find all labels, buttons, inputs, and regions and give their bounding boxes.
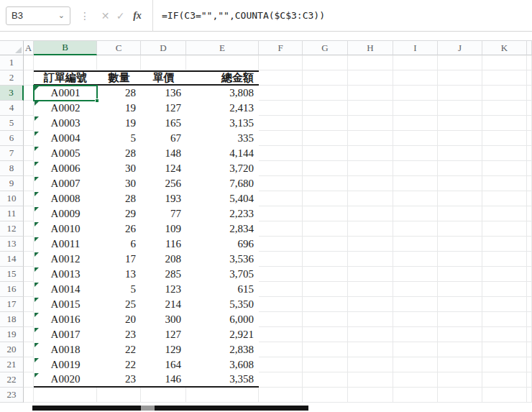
cell-F20[interactable] (259, 342, 303, 357)
cell-G11[interactable] (303, 206, 348, 221)
table-header-C2[interactable]: 數量 (97, 70, 141, 86)
table-header-B2[interactable]: 訂單編號 (34, 70, 97, 86)
cell-H2[interactable] (348, 70, 393, 86)
cell-E20[interactable]: 2,838 (186, 342, 259, 357)
cell-F3[interactable] (259, 86, 303, 101)
cell-G18[interactable] (303, 312, 348, 327)
cell-A6[interactable] (24, 131, 34, 146)
cell-E5[interactable]: 3,135 (186, 116, 259, 131)
cell-C11[interactable]: 29 (97, 206, 141, 221)
column-header-H[interactable]: H (348, 40, 393, 55)
cell-I23[interactable] (393, 388, 438, 403)
cell-C22[interactable]: 23 (97, 372, 141, 388)
cell-E18[interactable]: 6,000 (186, 312, 259, 327)
cell-K4[interactable] (482, 101, 527, 116)
cell-E14[interactable]: 3,536 (186, 252, 259, 267)
cell-D18[interactable]: 300 (141, 312, 186, 327)
cell-H1[interactable] (348, 55, 393, 70)
cell-B11[interactable]: A0009 (34, 206, 97, 221)
cell-K3[interactable] (482, 86, 527, 101)
cell-B23[interactable] (34, 388, 97, 403)
cell-F18[interactable] (259, 312, 303, 327)
cell-C21[interactable]: 22 (97, 357, 141, 372)
cell-B15[interactable]: A0013 (34, 267, 97, 282)
cell-D15[interactable]: 285 (141, 267, 186, 282)
cell-I6[interactable] (393, 131, 438, 146)
cell-B17[interactable]: A0015 (34, 297, 97, 312)
cell-G8[interactable] (303, 161, 348, 176)
cell-J23[interactable] (438, 388, 482, 403)
row-header-1[interactable]: 1 (0, 55, 24, 70)
cell-G9[interactable] (303, 176, 348, 191)
column-header-K[interactable]: K (482, 40, 527, 55)
cell-F17[interactable] (259, 297, 303, 312)
cell-H3[interactable] (348, 86, 393, 101)
cell-D9[interactable]: 256 (141, 176, 186, 191)
cell-H17[interactable] (348, 297, 393, 312)
cell-E8[interactable]: 3,720 (186, 161, 259, 176)
cell-K13[interactable] (482, 237, 527, 252)
cell-F7[interactable] (259, 146, 303, 161)
cell-C23[interactable] (97, 388, 141, 403)
row-header-22[interactable]: 22 (0, 372, 24, 388)
cell-A3[interactable] (24, 86, 34, 101)
cell-A21[interactable] (24, 357, 34, 372)
cell-E11[interactable]: 2,233 (186, 206, 259, 221)
cell-J1[interactable] (438, 55, 482, 70)
cell-J17[interactable] (438, 297, 482, 312)
row-header-4[interactable]: 4 (0, 101, 24, 116)
cell-A1[interactable] (24, 55, 34, 70)
cell-H15[interactable] (348, 267, 393, 282)
cell-G5[interactable] (303, 116, 348, 131)
cell-I14[interactable] (393, 252, 438, 267)
cell-J14[interactable] (438, 252, 482, 267)
cell-E21[interactable]: 3,608 (186, 357, 259, 372)
cell-H13[interactable] (348, 237, 393, 252)
cell-H7[interactable] (348, 146, 393, 161)
cell-K17[interactable] (482, 297, 527, 312)
cell-H22[interactable] (348, 372, 393, 388)
cell-G12[interactable] (303, 221, 348, 237)
cell-J15[interactable] (438, 267, 482, 282)
cell-G16[interactable] (303, 282, 348, 297)
cell-I7[interactable] (393, 146, 438, 161)
cell-C19[interactable]: 23 (97, 327, 141, 342)
cell-G19[interactable] (303, 327, 348, 342)
cell-D10[interactable]: 193 (141, 191, 186, 206)
cell-C6[interactable]: 5 (97, 131, 141, 146)
cell-A2[interactable] (24, 70, 34, 86)
cell-H6[interactable] (348, 131, 393, 146)
cell-I5[interactable] (393, 116, 438, 131)
cell-K14[interactable] (482, 252, 527, 267)
cell-D20[interactable]: 129 (141, 342, 186, 357)
chevron-down-icon[interactable]: ⌄ (58, 12, 65, 19)
cell-K23[interactable] (482, 388, 527, 403)
cell-D16[interactable]: 123 (141, 282, 186, 297)
row-header-16[interactable]: 16 (0, 282, 24, 297)
cell-G4[interactable] (303, 101, 348, 116)
cell-B1[interactable] (34, 55, 97, 70)
name-box[interactable]: B3 ⌄ (6, 6, 70, 25)
cell-I22[interactable] (393, 372, 438, 388)
cell-F5[interactable] (259, 116, 303, 131)
cell-D12[interactable]: 109 (141, 221, 186, 237)
cell-H12[interactable] (348, 221, 393, 237)
cell-E17[interactable]: 5,350 (186, 297, 259, 312)
cell-H20[interactable] (348, 342, 393, 357)
cell-K2[interactable] (482, 70, 527, 86)
cell-K7[interactable] (482, 146, 527, 161)
cell-A18[interactable] (24, 312, 34, 327)
column-header-D[interactable]: D (141, 40, 186, 55)
cell-C12[interactable]: 26 (97, 221, 141, 237)
row-header-11[interactable]: 11 (0, 206, 24, 221)
cell-A11[interactable] (24, 206, 34, 221)
cell-D7[interactable]: 148 (141, 146, 186, 161)
cell-D19[interactable]: 127 (141, 327, 186, 342)
cell-A23[interactable] (24, 388, 34, 403)
cell-C4[interactable]: 19 (97, 101, 141, 116)
cell-G10[interactable] (303, 191, 348, 206)
cell-D3[interactable]: 136 (141, 86, 186, 101)
cell-G21[interactable] (303, 357, 348, 372)
cell-D11[interactable]: 77 (141, 206, 186, 221)
cell-I9[interactable] (393, 176, 438, 191)
